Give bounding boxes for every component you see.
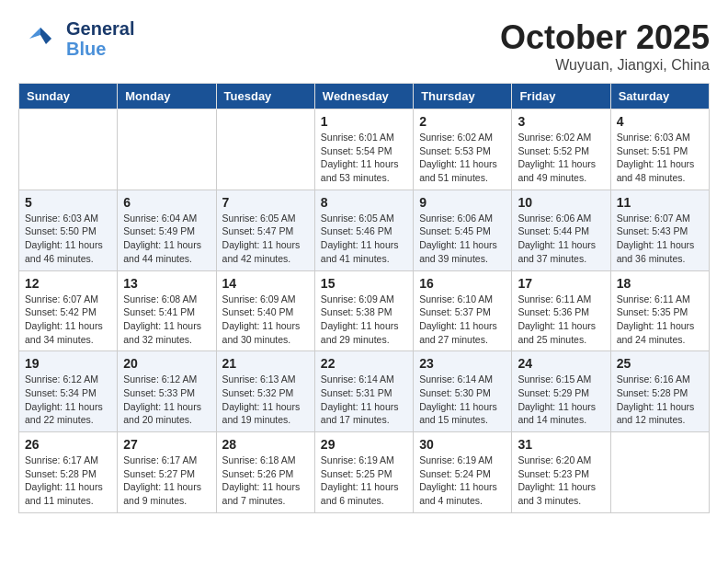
weekday-header-tuesday: Tuesday xyxy=(216,84,314,109)
calendar-cell: 26Sunrise: 6:17 AM Sunset: 5:28 PM Dayli… xyxy=(19,432,118,513)
day-info: Sunrise: 6:07 AM Sunset: 5:43 PM Dayligh… xyxy=(617,212,703,266)
weekday-header-sunday: Sunday xyxy=(19,84,118,109)
day-number: 13 xyxy=(123,276,210,291)
day-number: 22 xyxy=(321,356,407,371)
calendar-cell: 21Sunrise: 6:13 AM Sunset: 5:32 PM Dayli… xyxy=(216,351,314,432)
calendar-cell: 14Sunrise: 6:09 AM Sunset: 5:40 PM Dayli… xyxy=(216,270,314,351)
day-info: Sunrise: 6:11 AM Sunset: 5:36 PM Dayligh… xyxy=(518,293,604,347)
day-number: 3 xyxy=(518,114,604,129)
day-info: Sunrise: 6:12 AM Sunset: 5:34 PM Dayligh… xyxy=(25,373,111,427)
calendar-table: SundayMondayTuesdayWednesdayThursdayFrid… xyxy=(18,83,710,513)
calendar-cell: 25Sunrise: 6:16 AM Sunset: 5:28 PM Dayli… xyxy=(610,351,709,432)
day-number: 7 xyxy=(222,195,309,210)
day-info: Sunrise: 6:20 AM Sunset: 5:23 PM Dayligh… xyxy=(518,454,604,508)
calendar-cell: 5Sunrise: 6:03 AM Sunset: 5:50 PM Daylig… xyxy=(19,190,118,270)
calendar-cell: 10Sunrise: 6:06 AM Sunset: 5:44 PM Dayli… xyxy=(512,190,610,270)
day-number: 9 xyxy=(419,195,506,210)
day-info: Sunrise: 6:19 AM Sunset: 5:25 PM Dayligh… xyxy=(321,454,407,508)
day-info: Sunrise: 6:12 AM Sunset: 5:33 PM Dayligh… xyxy=(123,373,210,427)
day-info: Sunrise: 6:16 AM Sunset: 5:28 PM Dayligh… xyxy=(617,373,703,427)
day-info: Sunrise: 6:04 AM Sunset: 5:49 PM Dayligh… xyxy=(123,212,210,266)
weekday-header-friday: Friday xyxy=(512,84,610,109)
day-info: Sunrise: 6:08 AM Sunset: 5:41 PM Dayligh… xyxy=(123,293,210,347)
day-number: 10 xyxy=(518,195,604,210)
day-number: 4 xyxy=(617,114,703,129)
logo-line2: Blue xyxy=(66,39,134,59)
calendar-cell: 20Sunrise: 6:12 AM Sunset: 5:33 PM Dayli… xyxy=(118,351,216,432)
day-info: Sunrise: 6:06 AM Sunset: 5:44 PM Dayligh… xyxy=(518,212,604,266)
day-info: Sunrise: 6:19 AM Sunset: 5:24 PM Dayligh… xyxy=(419,454,506,508)
day-info: Sunrise: 6:07 AM Sunset: 5:42 PM Dayligh… xyxy=(25,293,111,347)
day-info: Sunrise: 6:02 AM Sunset: 5:53 PM Dayligh… xyxy=(419,131,506,185)
calendar-cell: 30Sunrise: 6:19 AM Sunset: 5:24 PM Dayli… xyxy=(414,432,512,513)
day-info: Sunrise: 6:09 AM Sunset: 5:40 PM Dayligh… xyxy=(222,293,309,347)
day-number: 6 xyxy=(123,195,210,210)
day-info: Sunrise: 6:17 AM Sunset: 5:28 PM Dayligh… xyxy=(25,454,111,508)
day-number: 15 xyxy=(321,276,407,291)
calendar-cell: 12Sunrise: 6:07 AM Sunset: 5:42 PM Dayli… xyxy=(19,270,118,351)
calendar-cell: 28Sunrise: 6:18 AM Sunset: 5:26 PM Dayli… xyxy=(216,432,314,513)
logo-bird-icon xyxy=(18,20,63,57)
calendar-cell: 18Sunrise: 6:11 AM Sunset: 5:35 PM Dayli… xyxy=(610,270,709,351)
calendar-cell: 16Sunrise: 6:10 AM Sunset: 5:37 PM Dayli… xyxy=(414,270,512,351)
calendar-cell: 2Sunrise: 6:02 AM Sunset: 5:53 PM Daylig… xyxy=(414,109,512,190)
day-info: Sunrise: 6:03 AM Sunset: 5:50 PM Dayligh… xyxy=(25,212,111,266)
day-info: Sunrise: 6:09 AM Sunset: 5:38 PM Dayligh… xyxy=(321,293,407,347)
calendar-cell: 27Sunrise: 6:17 AM Sunset: 5:27 PM Dayli… xyxy=(118,432,216,513)
day-info: Sunrise: 6:14 AM Sunset: 5:30 PM Dayligh… xyxy=(419,373,506,427)
day-info: Sunrise: 6:05 AM Sunset: 5:46 PM Dayligh… xyxy=(321,212,407,266)
day-number: 17 xyxy=(518,276,604,291)
calendar-cell: 17Sunrise: 6:11 AM Sunset: 5:36 PM Dayli… xyxy=(512,270,610,351)
svg-marker-1 xyxy=(40,28,51,44)
day-info: Sunrise: 6:06 AM Sunset: 5:45 PM Dayligh… xyxy=(419,212,506,266)
day-number: 28 xyxy=(222,437,309,452)
day-number: 5 xyxy=(25,195,111,210)
day-info: Sunrise: 6:05 AM Sunset: 5:47 PM Dayligh… xyxy=(222,212,309,266)
day-number: 29 xyxy=(321,437,407,452)
day-number: 23 xyxy=(419,356,506,371)
day-info: Sunrise: 6:02 AM Sunset: 5:52 PM Dayligh… xyxy=(518,131,604,185)
day-info: Sunrise: 6:11 AM Sunset: 5:35 PM Dayligh… xyxy=(617,293,703,347)
calendar-cell: 1Sunrise: 6:01 AM Sunset: 5:54 PM Daylig… xyxy=(314,109,413,190)
day-info: Sunrise: 6:18 AM Sunset: 5:26 PM Dayligh… xyxy=(222,454,309,508)
calendar-cell xyxy=(216,109,314,190)
day-number: 1 xyxy=(321,114,407,129)
day-number: 30 xyxy=(419,437,506,452)
day-number: 24 xyxy=(518,356,604,371)
day-info: Sunrise: 6:15 AM Sunset: 5:29 PM Dayligh… xyxy=(518,373,604,427)
calendar-cell: 6Sunrise: 6:04 AM Sunset: 5:49 PM Daylig… xyxy=(118,190,216,270)
weekday-header-thursday: Thursday xyxy=(414,84,512,109)
day-info: Sunrise: 6:13 AM Sunset: 5:32 PM Dayligh… xyxy=(222,373,309,427)
calendar-cell: 3Sunrise: 6:02 AM Sunset: 5:52 PM Daylig… xyxy=(512,109,610,190)
calendar-cell: 8Sunrise: 6:05 AM Sunset: 5:46 PM Daylig… xyxy=(314,190,413,270)
day-number: 27 xyxy=(123,437,210,452)
day-number: 14 xyxy=(222,276,309,291)
calendar-cell: 19Sunrise: 6:12 AM Sunset: 5:34 PM Dayli… xyxy=(19,351,118,432)
day-info: Sunrise: 6:10 AM Sunset: 5:37 PM Dayligh… xyxy=(419,293,506,347)
calendar-cell xyxy=(118,109,216,190)
weekday-header-saturday: Saturday xyxy=(610,84,709,109)
day-info: Sunrise: 6:14 AM Sunset: 5:31 PM Dayligh… xyxy=(321,373,407,427)
day-number: 31 xyxy=(518,437,604,452)
day-info: Sunrise: 6:17 AM Sunset: 5:27 PM Dayligh… xyxy=(123,454,210,508)
calendar-cell: 4Sunrise: 6:03 AM Sunset: 5:51 PM Daylig… xyxy=(610,109,709,190)
title-block: October 2025 Wuyuan, Jiangxi, China xyxy=(500,18,710,74)
day-number: 16 xyxy=(419,276,506,291)
day-number: 8 xyxy=(321,195,407,210)
logo: General Blue xyxy=(18,18,134,59)
day-number: 12 xyxy=(25,276,111,291)
calendar-cell: 23Sunrise: 6:14 AM Sunset: 5:30 PM Dayli… xyxy=(414,351,512,432)
calendar-cell: 22Sunrise: 6:14 AM Sunset: 5:31 PM Dayli… xyxy=(314,351,413,432)
calendar-cell: 29Sunrise: 6:19 AM Sunset: 5:25 PM Dayli… xyxy=(314,432,413,513)
month-title: October 2025 xyxy=(500,18,710,57)
calendar-cell: 13Sunrise: 6:08 AM Sunset: 5:41 PM Dayli… xyxy=(118,270,216,351)
calendar-cell: 7Sunrise: 6:05 AM Sunset: 5:47 PM Daylig… xyxy=(216,190,314,270)
page-header: General Blue October 2025 Wuyuan, Jiangx… xyxy=(18,18,710,74)
day-number: 2 xyxy=(419,114,506,129)
calendar-cell: 15Sunrise: 6:09 AM Sunset: 5:38 PM Dayli… xyxy=(314,270,413,351)
day-number: 18 xyxy=(617,276,703,291)
logo-line1: General xyxy=(66,18,134,39)
calendar-cell: 24Sunrise: 6:15 AM Sunset: 5:29 PM Dayli… xyxy=(512,351,610,432)
calendar-cell: 31Sunrise: 6:20 AM Sunset: 5:23 PM Dayli… xyxy=(512,432,610,513)
weekday-header-monday: Monday xyxy=(118,84,216,109)
